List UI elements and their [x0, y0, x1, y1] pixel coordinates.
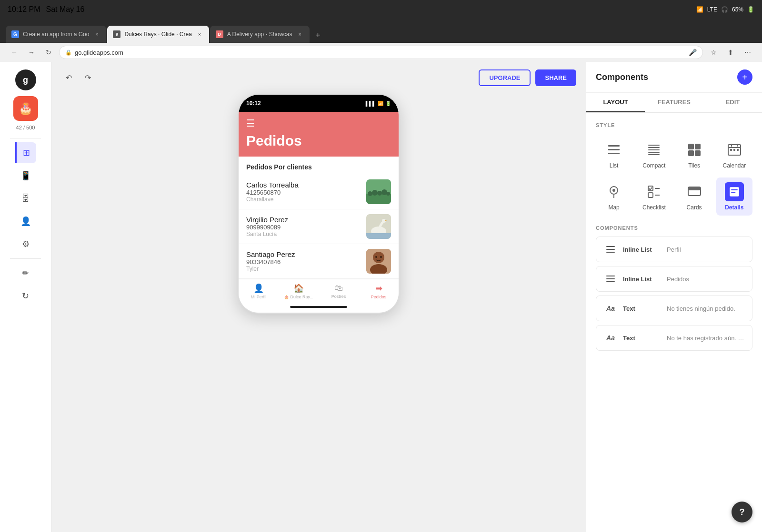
sidebar-divider-2	[10, 258, 40, 259]
comp2-type: Inline List	[623, 276, 661, 283]
svg-rect-17	[608, 149, 620, 150]
component-item-1[interactable]: Inline List Perfil	[596, 236, 752, 262]
browser-tab-3[interactable]: D A Delivery app - Showcas ×	[210, 26, 310, 43]
hamburger-icon[interactable]: ☰	[246, 118, 391, 129]
style-option-compact[interactable]: Compact	[636, 136, 672, 174]
style-option-calendar[interactable]: Calendar	[716, 136, 752, 174]
nav-dulce-label: 🎂 Dulce Ray...	[284, 295, 313, 299]
contact-img-3-svg	[366, 249, 391, 274]
svg-point-2	[368, 191, 372, 196]
phone-nav-postres[interactable]: 🛍 Postres	[319, 283, 359, 299]
list-item[interactable]: Santiago Perez 9033407846 Tyler	[239, 244, 399, 279]
browser-tabs: G Create an app from a Goo × 9 Dulces Ra…	[0, 19, 762, 43]
phone-battery-icon: 🔋	[385, 101, 391, 106]
style-option-list[interactable]: List	[596, 136, 632, 174]
tab3-close[interactable]: ×	[296, 30, 304, 38]
browser-tab-1[interactable]: G Create an app from a Goo ×	[6, 26, 106, 43]
refresh-icon: ↻	[22, 291, 29, 301]
sidebar-avatar[interactable]: g	[15, 69, 36, 90]
sidebar-item-mobile[interactable]: 📱	[15, 165, 36, 186]
sidebar-item-pencil[interactable]: ✏	[15, 263, 36, 284]
app-icon[interactable]: 🎂	[13, 96, 38, 121]
tab-edit[interactable]: EDIT	[703, 93, 762, 112]
nav-postres-label: Postres	[331, 294, 346, 299]
app-icon-emoji: 🎂	[19, 102, 33, 115]
contact-avatar-1	[366, 179, 391, 204]
svg-rect-45	[731, 189, 738, 190]
tiles-style-label: Tiles	[688, 162, 700, 169]
share-button[interactable]: SHARE	[535, 69, 576, 86]
checklist-style-label: Checklist	[642, 204, 666, 211]
phone-header: ☰ Pedidos	[239, 112, 399, 157]
svg-rect-48	[606, 249, 615, 250]
tab2-close[interactable]: ×	[196, 30, 203, 38]
svg-rect-23	[648, 154, 660, 155]
list-item[interactable]: Virgilio Perez 9099909089 Santa Lucía	[239, 209, 399, 244]
right-panel-header: Components +	[586, 62, 762, 93]
mic-icon[interactable]: 🎤	[689, 49, 697, 56]
tab1-close[interactable]: ×	[93, 30, 100, 38]
contact-avatar-2	[366, 214, 391, 239]
style-option-checklist[interactable]: Checklist	[636, 177, 672, 216]
sidebar-item-database[interactable]: 🗄	[15, 188, 36, 209]
contact-info-3: Santiago Perez 9033407846 Tyler	[246, 250, 361, 272]
svg-rect-26	[688, 150, 694, 156]
tab-features[interactable]: FEATURES	[645, 93, 703, 112]
phone-nav-pedidos[interactable]: ➡ Pedidos	[359, 283, 399, 299]
forward-button[interactable]: →	[25, 46, 38, 59]
sidebar-item-profile[interactable]: 👤	[15, 211, 36, 232]
toolbar-left: ↶ ↷	[61, 70, 95, 86]
sidebar-item-settings[interactable]: ⚙	[15, 234, 36, 255]
style-option-cards[interactable]: Cards	[676, 177, 712, 216]
contact-name-1: Carlos Torrealba	[246, 181, 361, 189]
battery-icon: 🔋	[747, 6, 754, 13]
redo-button[interactable]: ↷	[80, 70, 95, 86]
phone-nav-dulce[interactable]: 🏠 🎂 Dulce Ray...	[279, 283, 319, 299]
style-option-map[interactable]: Map	[596, 177, 632, 216]
bookmark-button[interactable]: ☆	[707, 46, 720, 59]
phone-time: 10:12	[246, 100, 261, 107]
phone-nav-perfil[interactable]: 👤 Mi Perfil	[239, 283, 279, 299]
browser-chrome: 10:12 PM Sat May 16 📶 LTE 🎧 65% 🔋 G Crea…	[0, 0, 762, 62]
add-component-button[interactable]: +	[737, 69, 752, 85]
tab-layout[interactable]: LAYOUT	[586, 93, 645, 112]
contact-phone-1: 4125650870	[246, 189, 361, 196]
tab2-title: Dulces Rays · Glide · Crea	[124, 31, 191, 38]
browser-tab-2[interactable]: 9 Dulces Rays · Glide · Crea ×	[107, 26, 209, 43]
more-button[interactable]: ⋯	[741, 46, 754, 59]
style-option-tiles[interactable]: Tiles	[676, 136, 712, 174]
style-option-details[interactable]: Details	[716, 177, 752, 216]
avatar-letter: g	[23, 75, 28, 85]
component-item-3[interactable]: Aa Text No tienes ningún pedido.	[596, 296, 752, 321]
app-container: g 🎂 42 / 500 ⊞ 📱 🗄 👤 ⚙ ✏ ↻	[0, 62, 762, 532]
contact-img-1-svg	[366, 179, 391, 204]
svg-point-3	[372, 190, 378, 196]
phone-signal-icon: ▌▌▌	[366, 101, 376, 106]
phone-status-icons: ▌▌▌ 📶 🔋	[366, 101, 391, 106]
table-icon: ⊞	[23, 148, 30, 158]
svg-point-6	[386, 192, 390, 196]
refresh-button[interactable]: ↻	[42, 46, 55, 59]
style-grid: List Compact Tiles	[596, 136, 752, 216]
upgrade-button[interactable]: UPGRADE	[479, 69, 531, 86]
back-button[interactable]: ←	[8, 46, 21, 59]
components-section-label: COMPONENTS	[596, 225, 752, 231]
svg-point-15	[380, 256, 382, 258]
svg-rect-43	[688, 187, 701, 190]
sidebar-item-table[interactable]: ⊞	[15, 142, 36, 163]
address-bar[interactable]: 🔒 go.glideapps.com 🎤	[59, 46, 703, 59]
share-browser-button[interactable]: ⬆	[724, 46, 737, 59]
undo-button[interactable]: ↶	[61, 70, 76, 86]
sidebar-item-refresh[interactable]: ↻	[15, 286, 36, 306]
component-item-4[interactable]: Aa Text No te has registrado aún. Ve a l…	[596, 325, 752, 351]
svg-point-4	[377, 191, 382, 196]
mobile-icon: 📱	[20, 170, 31, 181]
comp2-name: Pedidos	[667, 276, 744, 283]
component-item-2[interactable]: Inline List Pedidos	[596, 266, 752, 292]
svg-rect-34	[737, 149, 739, 151]
help-button[interactable]: ?	[732, 502, 752, 522]
list-style-label: List	[610, 162, 619, 169]
headphone-icon: 🎧	[721, 6, 728, 13]
new-tab-button[interactable]: +	[311, 28, 326, 43]
list-item[interactable]: Carlos Torrealba 4125650870 Charallave	[239, 175, 399, 209]
